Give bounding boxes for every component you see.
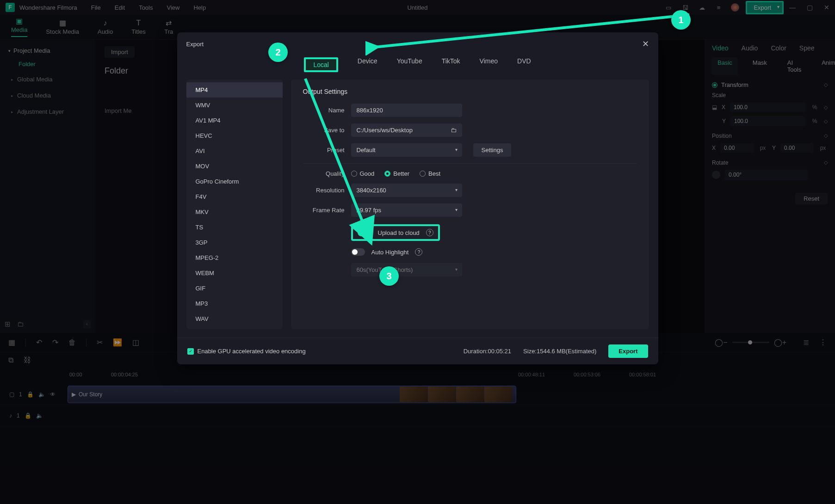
- format-list: MP4 WMV AV1 MP4 HEVC AVI MOV GoPro Cinef…: [186, 80, 283, 329]
- format-ts[interactable]: TS: [186, 220, 283, 235]
- output-settings-title: Output Settings: [303, 88, 637, 95]
- export-tab-tiktok[interactable]: TikTok: [442, 57, 460, 72]
- browse-folder-icon[interactable]: 🗀: [451, 127, 457, 134]
- gpu-label: Enable GPU accelerated video encoding: [198, 348, 306, 355]
- preset-select[interactable]: Default: [351, 143, 462, 157]
- shorts-select[interactable]: 60s(YouTube Shorts): [351, 263, 462, 277]
- quality-good-radio[interactable]: Good: [351, 170, 375, 177]
- modal-title: Export: [186, 41, 204, 48]
- annotation-2: 2: [268, 43, 288, 62]
- format-mp4[interactable]: MP4: [186, 82, 283, 98]
- export-modal-overlay: Export ✕ Local Device YouTube TikTok Vim…: [0, 0, 835, 504]
- upload-cloud-info-icon[interactable]: ?: [426, 229, 433, 236]
- export-tab-vimeo[interactable]: Vimeo: [480, 57, 498, 72]
- duration-meta: Duration:00:05:21: [464, 348, 511, 355]
- format-mov[interactable]: MOV: [186, 159, 283, 174]
- format-mkv[interactable]: MKV: [186, 204, 283, 220]
- format-avi[interactable]: AVI: [186, 143, 283, 159]
- format-webm[interactable]: WEBM: [186, 265, 283, 281]
- export-modal: Export ✕ Local Device YouTube TikTok Vim…: [177, 32, 658, 364]
- format-hevc[interactable]: HEVC: [186, 128, 283, 143]
- save-to-input[interactable]: C:/Users/ws/Desktop🗀: [351, 123, 462, 137]
- resolution-select[interactable]: 3840x2160: [351, 184, 462, 197]
- export-tab-dvd[interactable]: DVD: [517, 57, 531, 72]
- format-gif[interactable]: GIF: [186, 281, 283, 296]
- format-wav[interactable]: WAV: [186, 311, 283, 326]
- framerate-select[interactable]: 29.97 fps: [351, 203, 462, 217]
- format-f4v[interactable]: F4V: [186, 189, 283, 204]
- quality-better-radio[interactable]: Better: [384, 170, 409, 177]
- format-mpeg2[interactable]: MPEG-2: [186, 250, 283, 265]
- format-mp3[interactable]: MP3: [186, 296, 283, 311]
- auto-highlight-info-icon[interactable]: ?: [415, 248, 422, 256]
- format-av1mp4[interactable]: AV1 MP4: [186, 113, 283, 128]
- settings-button[interactable]: Settings: [473, 143, 512, 157]
- output-settings-pane: Output Settings Name886x1920 Save toC:/U…: [291, 80, 649, 329]
- size-meta: Size:1544.6 MB(Estimated): [523, 348, 596, 355]
- annotation-1: 1: [671, 10, 691, 30]
- name-input[interactable]: 886x1920: [351, 104, 462, 117]
- upload-cloud-toggle[interactable]: [358, 229, 371, 236]
- upload-cloud-row: Upload to cloud ?: [351, 224, 440, 241]
- close-modal-icon[interactable]: ✕: [642, 39, 649, 49]
- export-tab-local[interactable]: Local: [304, 57, 338, 72]
- format-3gp[interactable]: 3GP: [186, 235, 283, 250]
- format-wmv[interactable]: WMV: [186, 98, 283, 113]
- annotation-3: 3: [379, 266, 399, 286]
- gpu-checkbox[interactable]: ✓: [187, 348, 194, 355]
- format-gopro[interactable]: GoPro Cineform: [186, 174, 283, 189]
- export-tab-device[interactable]: Device: [358, 57, 377, 72]
- auto-highlight-toggle[interactable]: [351, 248, 365, 256]
- quality-best-radio[interactable]: Best: [420, 170, 440, 177]
- export-confirm-button[interactable]: Export: [608, 344, 648, 358]
- export-tab-youtube[interactable]: YouTube: [397, 57, 422, 72]
